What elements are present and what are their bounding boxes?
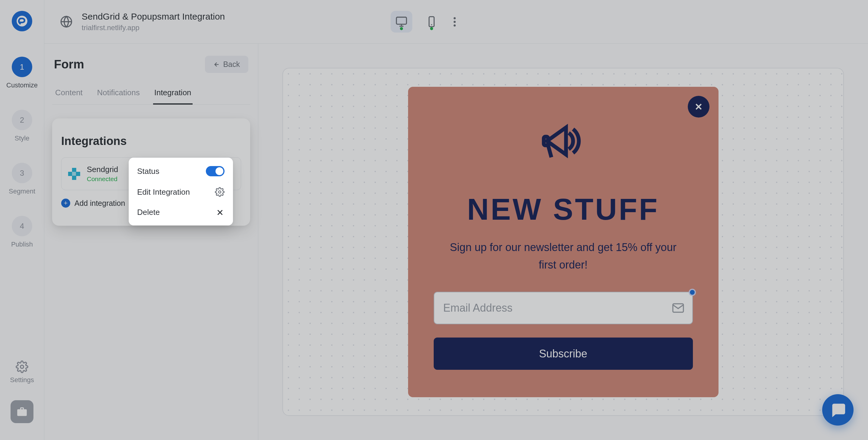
topbar: SendGrid & Popupsmart Integration trialf… bbox=[44, 0, 868, 44]
arrow-left-icon bbox=[213, 61, 220, 68]
close-icon bbox=[693, 101, 704, 112]
integration-status: Connected bbox=[87, 176, 118, 183]
back-button[interactable]: Back bbox=[205, 56, 248, 73]
tab-notifications[interactable]: Notifications bbox=[96, 84, 141, 104]
svg-rect-10 bbox=[68, 172, 72, 176]
step-label: Customize bbox=[6, 82, 38, 89]
globe-icon bbox=[60, 15, 73, 28]
briefcase-icon bbox=[16, 406, 28, 417]
email-input[interactable] bbox=[434, 292, 693, 324]
step-label: Publish bbox=[11, 241, 33, 248]
logo[interactable] bbox=[12, 11, 32, 31]
svg-rect-11 bbox=[72, 168, 76, 172]
canvas: NEW STUFF Sign up for our newsletter and… bbox=[258, 44, 868, 440]
card-title: Integrations bbox=[61, 135, 241, 148]
mail-icon bbox=[672, 302, 684, 314]
page-title: SendGrid & Popupsmart Integration bbox=[82, 11, 225, 22]
account-button[interactable] bbox=[10, 400, 33, 423]
selection-indicator bbox=[689, 289, 696, 296]
dropdown-status[interactable]: Status bbox=[129, 161, 233, 182]
dropdown-status-label: Status bbox=[137, 167, 159, 176]
svg-rect-14 bbox=[72, 176, 76, 180]
sendgrid-icon bbox=[68, 168, 80, 180]
subscribe-button[interactable]: Subscribe bbox=[434, 338, 693, 370]
desktop-icon bbox=[396, 16, 407, 28]
svg-line-21 bbox=[548, 145, 551, 157]
plus-icon: + bbox=[61, 198, 70, 208]
dropdown-delete[interactable]: Delete bbox=[129, 202, 233, 222]
logo-icon bbox=[16, 15, 28, 27]
svg-point-1 bbox=[21, 365, 24, 369]
tab-content[interactable]: Content bbox=[54, 84, 84, 104]
svg-rect-7 bbox=[429, 17, 434, 27]
dropdown-edit[interactable]: Edit Integration bbox=[129, 182, 233, 202]
dropdown-edit-label: Edit Integration bbox=[137, 187, 190, 197]
step-label: Segment bbox=[9, 187, 35, 195]
preview-stage: NEW STUFF Sign up for our newsletter and… bbox=[282, 68, 844, 416]
svg-rect-12 bbox=[72, 172, 76, 176]
email-input-wrap bbox=[434, 292, 693, 324]
popup-close-button[interactable] bbox=[688, 96, 710, 118]
integration-dropdown: Status Edit Integration Delete bbox=[129, 158, 233, 225]
mobile-icon bbox=[426, 16, 438, 28]
step-label: Style bbox=[15, 134, 30, 142]
step-badge: 3 bbox=[12, 163, 32, 183]
settings-button[interactable]: Settings bbox=[10, 360, 34, 384]
step-style[interactable]: 2 Style bbox=[12, 110, 32, 142]
left-rail: 1 Customize 2 Style 3 Segment 4 Publish … bbox=[0, 0, 44, 440]
step-badge: 2 bbox=[12, 110, 32, 130]
dropdown-delete-label: Delete bbox=[137, 208, 160, 217]
step-segment[interactable]: 3 Segment bbox=[9, 163, 35, 195]
step-customize[interactable]: 1 Customize bbox=[6, 57, 38, 89]
status-dot bbox=[430, 27, 433, 30]
add-integration-label: Add integration bbox=[74, 199, 125, 208]
back-label: Back bbox=[223, 60, 240, 69]
chat-icon bbox=[830, 402, 846, 418]
mobile-device-button[interactable] bbox=[421, 11, 442, 33]
more-menu-button[interactable] bbox=[451, 17, 458, 27]
intercom-button[interactable] bbox=[822, 394, 854, 426]
integration-name: Sendgrid bbox=[87, 165, 118, 174]
popup-headline: NEW STUFF bbox=[467, 192, 659, 227]
popup: NEW STUFF Sign up for our newsletter and… bbox=[408, 87, 718, 397]
tabs: Content Notifications Integration bbox=[52, 84, 250, 104]
svg-rect-4 bbox=[396, 17, 406, 24]
status-toggle[interactable] bbox=[206, 166, 224, 176]
megaphone-icon bbox=[535, 114, 592, 168]
svg-rect-13 bbox=[76, 172, 80, 176]
gear-icon bbox=[16, 360, 28, 373]
page-subtitle: trialfirst.netlify.app bbox=[82, 24, 225, 32]
close-icon bbox=[216, 208, 224, 217]
popup-subhead: Sign up for our newsletter and get 15% o… bbox=[443, 239, 684, 273]
step-publish[interactable]: 4 Publish bbox=[11, 216, 33, 248]
settings-label: Settings bbox=[10, 376, 34, 384]
panel-title: Form bbox=[54, 58, 84, 71]
step-badge: 4 bbox=[12, 216, 32, 236]
step-badge: 1 bbox=[12, 57, 32, 77]
svg-point-15 bbox=[218, 191, 221, 193]
gear-icon bbox=[215, 187, 224, 197]
status-dot bbox=[400, 27, 403, 30]
tab-integration[interactable]: Integration bbox=[153, 84, 193, 104]
desktop-device-button[interactable] bbox=[391, 11, 412, 33]
side-panel: Form Back Content Notifications Integrat… bbox=[44, 44, 258, 440]
